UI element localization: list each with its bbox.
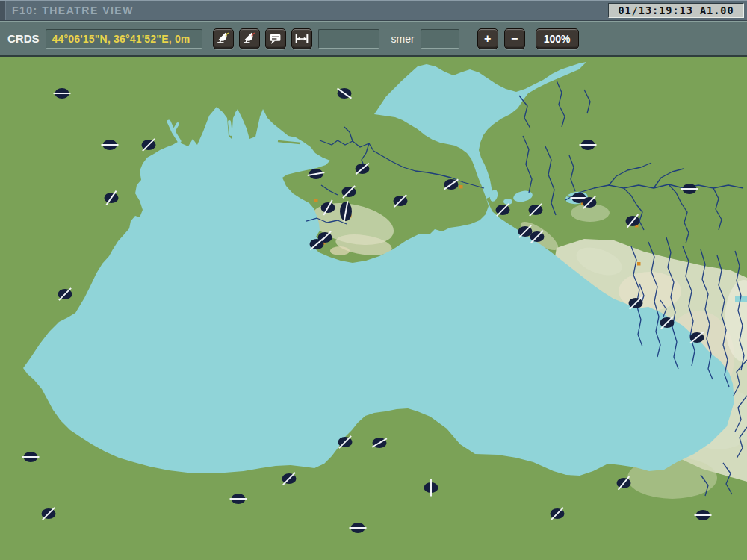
window-title: F10: THEATRE VIEW (12, 4, 134, 16)
measure-button[interactable] (291, 28, 312, 49)
zoom-level-button[interactable]: 100% (536, 28, 579, 49)
input-field-1[interactable] (318, 29, 379, 49)
map-view[interactable] (0, 57, 747, 560)
terrain-patch (330, 246, 350, 255)
speech-bubble-icon (267, 31, 284, 47)
toolbar: CRDS 44°06'15"N, 36°41'52"E, 0m smer + −… (0, 21, 747, 57)
theatre-view-screen: F10: THEATRE VIEW 01/13:19:13 A1.00 CRDS… (0, 0, 747, 560)
title-bar: F10: THEATRE VIEW 01/13:19:13 A1.00 (0, 0, 747, 21)
radar-dish-alert-icon (241, 31, 258, 47)
estuary-inlet (229, 122, 231, 134)
airfield-icon[interactable] (338, 88, 352, 99)
smer-label: smer (391, 33, 415, 45)
radar-on-button[interactable] (213, 28, 234, 49)
coordinates-field[interactable]: 44°06'15"N, 36°41'52"E, 0m (46, 29, 202, 49)
coordinates-value: 44°06'15"N, 36°41'52"E, 0m (52, 33, 190, 45)
radar-off-button[interactable] (239, 28, 260, 49)
radar-dish-signal-icon (215, 31, 232, 47)
airfield-icon[interactable] (444, 179, 459, 190)
city-dot (637, 262, 641, 266)
zoom-out-button[interactable]: − (504, 28, 525, 49)
city-dot (314, 199, 318, 202)
toolbar-buttons (213, 28, 312, 49)
ruler-span-icon (294, 31, 310, 47)
titlebar-left-notch (0, 1, 6, 20)
mission-clock: 01/13:19:13 A1.00 (608, 3, 744, 18)
smer-field[interactable] (421, 29, 459, 49)
crds-label: CRDS (7, 32, 40, 45)
zoom-in-button[interactable]: + (477, 28, 498, 49)
theatre-map[interactable] (0, 57, 747, 560)
city-dot (459, 185, 463, 189)
message-button[interactable] (265, 28, 286, 49)
